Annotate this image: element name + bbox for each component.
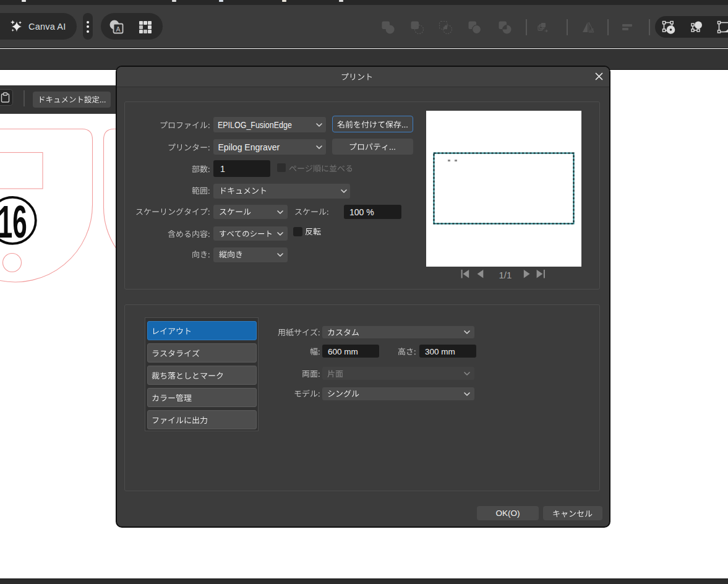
svg-text:16: 16	[0, 196, 27, 248]
svg-text:A: A	[116, 25, 120, 33]
